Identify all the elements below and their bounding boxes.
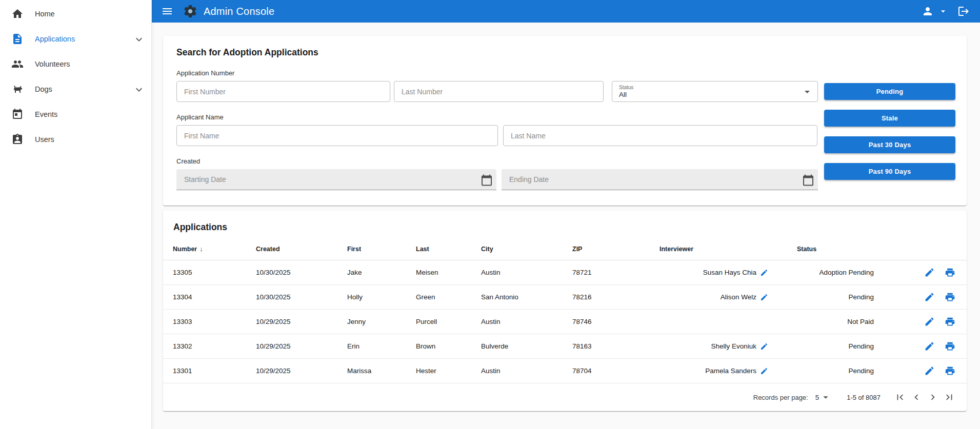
cell-created: 10/29/2025 [246,334,337,359]
search-title: Search for Adoption Applications [176,47,818,58]
people-icon [11,58,24,70]
last-page-button[interactable] [941,389,957,405]
edit-application-button[interactable] [923,291,936,303]
cell-zip: 78746 [563,310,650,334]
first-page-button[interactable] [892,389,908,405]
print-application-button[interactable] [944,266,956,279]
user-card-icon [11,133,24,146]
sidebar-item-dogs[interactable]: Dogs [0,76,151,101]
edit-application-button[interactable] [923,315,936,328]
column-header-number[interactable]: Number↓ [163,242,246,260]
first-number-input[interactable] [176,81,390,102]
pending-filter-button[interactable]: Pending [824,83,955,100]
dog-icon [11,83,24,95]
calendar-picker-icon[interactable] [481,174,491,185]
print-application-button[interactable] [944,291,956,303]
records-per-page-label: Records per page: [753,394,808,401]
edit-application-button[interactable] [923,364,936,377]
applications-card: Applications Number↓ Created First Last … [163,211,967,411]
ending-date-field [502,169,818,190]
cell-first: Marissa [337,359,406,383]
column-header-city[interactable]: City [471,242,563,260]
edit-application-button[interactable] [923,266,936,279]
sidebar-item-users[interactable]: Users [0,127,151,152]
logout-button[interactable] [956,4,971,18]
sidebar-item-events[interactable]: Events [0,101,151,127]
last-number-input[interactable] [394,81,604,102]
status-select-value: All [619,91,798,99]
print-application-button[interactable] [944,340,956,353]
table-row: 13301 10/29/2025 Marissa Hester Austin 7… [163,359,967,383]
cell-zip: 78163 [563,334,650,359]
cell-number: 13302 [163,334,246,359]
sidebar-item-volunteers[interactable]: Volunteers [0,51,151,76]
sidebar-item-label: Dogs [35,85,52,93]
page-content: Search for Adoption Applications Applica… [152,23,980,429]
next-page-button[interactable] [925,389,941,405]
edit-interviewer-icon[interactable] [760,293,768,301]
stale-filter-button[interactable]: Stale [824,110,955,127]
sort-descending-icon: ↓ [199,245,203,253]
column-header-interviewer[interactable]: Interviewer [650,242,787,260]
main-area: Admin Console Search for Adoption Applic… [152,0,980,429]
cell-zip: 78721 [563,260,650,285]
past-30-days-filter-button[interactable]: Past 30 Days [824,136,955,153]
chevron-down-icon [133,33,144,45]
past-90-days-filter-button[interactable]: Past 90 Days [824,163,955,180]
column-header-status[interactable]: Status [787,242,879,260]
edit-application-button[interactable] [923,340,936,353]
column-header-actions [879,242,967,260]
last-name-input[interactable] [503,125,817,146]
column-header-first[interactable]: First [337,242,406,260]
starting-date-input[interactable] [176,169,496,190]
created-label: Created [176,157,818,165]
applications-table: Number↓ Created First Last City ZIP Inte… [163,242,967,383]
table-row: 13304 10/30/2025 Holly Green San Antonio… [163,285,967,310]
column-header-last[interactable]: Last [406,242,471,260]
records-per-page-select[interactable]: 5 [815,392,832,403]
menu-button[interactable] [160,4,174,18]
cell-status: Pending [787,285,879,310]
cell-zip: 78704 [563,359,650,383]
sidebar-item-label: Home [35,10,55,18]
edit-interviewer-icon[interactable] [760,367,768,375]
cell-first: Jake [337,260,406,285]
cell-number: 13303 [163,310,246,334]
ending-date-input[interactable] [502,169,818,190]
cell-status: Pending [787,359,879,383]
edit-interviewer-icon[interactable] [760,269,768,277]
cell-created: 10/29/2025 [246,310,337,334]
cell-interviewer [650,310,787,334]
sidebar-item-applications[interactable]: Applications [0,26,151,51]
app-title: Admin Console [204,6,274,17]
sidebar-item-label: Applications [35,35,75,43]
cell-status: Not Paid [787,310,879,334]
column-header-created[interactable]: Created [246,242,337,260]
table-header-row: Number↓ Created First Last City ZIP Inte… [163,242,967,260]
cell-first: Jenny [337,310,406,334]
account-button[interactable] [921,4,935,18]
app-header: Admin Console [152,0,980,23]
calendar-picker-icon[interactable] [802,174,813,185]
first-name-input[interactable] [176,125,498,146]
gear-logo-icon [183,4,198,19]
chevron-down-icon [133,84,144,95]
sidebar: Home Applications Volunteers Dogs Events… [0,0,152,429]
cell-city: San Antonio [471,285,563,310]
column-header-zip[interactable]: ZIP [563,242,650,260]
previous-page-button[interactable] [908,389,925,405]
cell-number: 13305 [163,260,246,285]
cell-interviewer: Shelly Evoniuk [650,334,787,359]
print-application-button[interactable] [944,364,956,377]
cell-created: 10/30/2025 [246,285,337,310]
sidebar-item-home[interactable]: Home [0,1,151,26]
dropdown-caret-icon [801,86,813,98]
quick-filter-buttons: Pending Stale Past 30 Days Past 90 Days [824,83,955,190]
cell-last: Purcell [406,310,471,334]
print-application-button[interactable] [944,315,956,328]
application-number-label: Application Number [176,69,818,77]
cell-first: Erin [337,334,406,359]
status-select[interactable]: Status All [612,81,818,102]
edit-interviewer-icon[interactable] [760,342,768,351]
account-menu-caret-icon[interactable] [937,5,949,17]
